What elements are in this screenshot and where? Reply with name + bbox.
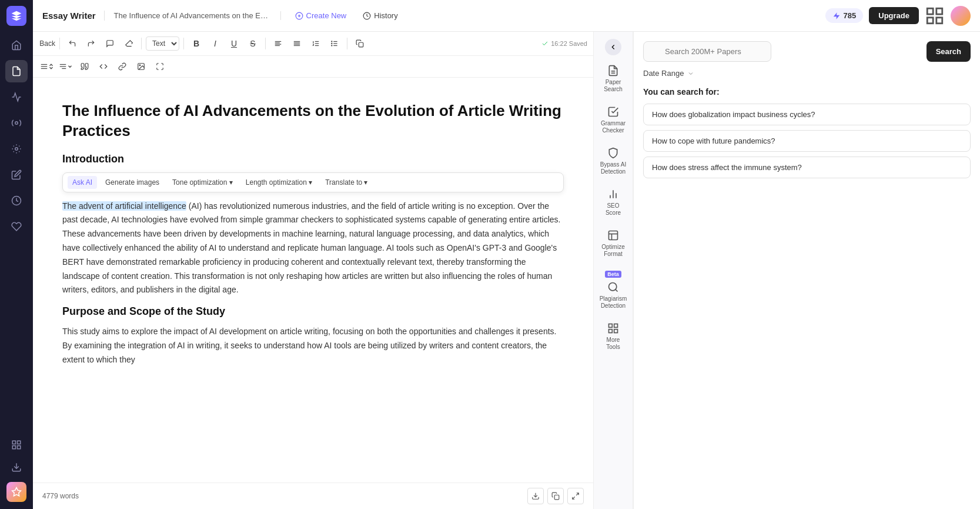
undo-button[interactable] xyxy=(64,35,81,52)
search-bar: Search xyxy=(643,41,971,62)
line-height-button[interactable] xyxy=(39,58,55,75)
app-title: Essay Writer xyxy=(42,11,105,21)
history-button[interactable]: History xyxy=(356,8,404,24)
main-area: Essay Writer The Influence of AI Advance… xyxy=(33,0,980,509)
svg-rect-16 xyxy=(927,17,933,23)
sidebar-home[interactable] xyxy=(5,34,28,56)
tool-seo-score[interactable]: SEO Score xyxy=(596,182,631,222)
suggestion-chip-3[interactable]: How does stress affect the immune system… xyxy=(643,157,971,178)
redo-button[interactable] xyxy=(83,35,99,52)
align-center-button[interactable] xyxy=(289,35,305,52)
list-ordered-button[interactable] xyxy=(307,35,324,52)
create-new-button[interactable]: Create New xyxy=(288,8,354,24)
align-left-button[interactable] xyxy=(270,35,286,52)
upgrade-button[interactable]: Upgrade xyxy=(869,7,919,24)
code-button[interactable] xyxy=(95,58,112,75)
link-button[interactable] xyxy=(114,58,131,75)
credits-badge: 785 xyxy=(825,8,864,23)
svg-point-42 xyxy=(139,65,141,66)
generate-images-button[interactable]: Generate images xyxy=(101,176,164,189)
translate-button[interactable]: Translate to ▾ xyxy=(320,176,372,189)
ask-ai-button[interactable]: Ask AI xyxy=(68,176,97,189)
fullscreen-button[interactable] xyxy=(152,58,168,75)
tool-seo-score-label: SEO Score xyxy=(599,202,627,217)
tool-more-tools[interactable]: More Tools xyxy=(596,317,631,357)
sidebar-edit[interactable] xyxy=(5,164,28,186)
strikethrough-button[interactable]: S xyxy=(245,35,261,52)
blockquote-button[interactable] xyxy=(76,58,93,75)
eraser-button[interactable] xyxy=(121,35,137,52)
bold-button[interactable]: B xyxy=(188,35,205,52)
italic-button[interactable]: I xyxy=(207,35,223,52)
grid-view-button[interactable] xyxy=(925,6,945,26)
credits-value: 785 xyxy=(844,11,857,20)
user-avatar[interactable] xyxy=(951,6,971,26)
tool-more-tools-label: More Tools xyxy=(599,337,627,351)
svg-rect-3 xyxy=(12,441,15,444)
section1-title: Introduction xyxy=(62,153,564,165)
paragraph-1-rest: (AI) has revolutionized numerous industr… xyxy=(62,201,560,295)
separator-1 xyxy=(59,38,60,49)
suggestion-chip-2[interactable]: How to cope with future pandemics? xyxy=(643,130,971,152)
svg-rect-4 xyxy=(18,441,21,444)
tool-sidebar: Paper Search Grammar Checker Bypass AI D… xyxy=(593,32,633,509)
svg-point-0 xyxy=(15,122,18,125)
tool-paper-search-label: Paper Search xyxy=(599,79,627,93)
suggestion-chip-1[interactable]: How does globalization impact business c… xyxy=(643,104,971,125)
editor-toolbar2 xyxy=(33,56,593,78)
svg-point-33 xyxy=(332,45,332,46)
highlighted-text: The advent of artificial intelligence xyxy=(62,201,186,211)
svg-rect-58 xyxy=(609,330,613,333)
sidebar-settings[interactable] xyxy=(5,138,28,160)
tool-plagiarism-detection[interactable]: Beta Plagiarism Detection xyxy=(596,265,631,315)
list-unordered-button[interactable] xyxy=(326,35,343,52)
copy-icon-button[interactable] xyxy=(547,488,564,504)
expand-icon-button[interactable] xyxy=(567,488,584,504)
text-format-select[interactable]: Text xyxy=(146,36,179,51)
tool-paper-search[interactable]: Paper Search xyxy=(596,59,631,99)
editor-toolbar: Back Text B xyxy=(33,32,593,56)
tool-optimize-format-label: Optimize Format xyxy=(599,244,627,258)
tool-grammar-checker[interactable]: Grammar Checker xyxy=(596,100,631,140)
svg-rect-57 xyxy=(614,330,618,333)
sidebar-analytics[interactable] xyxy=(5,86,28,108)
tool-expand-button[interactable] xyxy=(605,39,621,55)
svg-rect-13 xyxy=(927,8,933,14)
document-heading: The Influence of AI Advancements on the … xyxy=(62,101,564,141)
sidebar-pages[interactable] xyxy=(5,434,28,456)
svg-point-32 xyxy=(332,43,332,44)
tool-optimize-format[interactable]: Optimize Format xyxy=(596,224,631,264)
sidebar-star[interactable] xyxy=(5,481,28,503)
tool-bypass-detection-label: Bypass AI Detection xyxy=(599,161,627,175)
date-range-filter[interactable]: Date Range xyxy=(643,69,971,78)
copy-button[interactable] xyxy=(352,35,368,52)
length-optimization-button[interactable]: Length optimization ▾ xyxy=(241,176,317,189)
separator-3 xyxy=(183,38,184,49)
svg-rect-44 xyxy=(554,495,559,500)
sidebar-heart[interactable] xyxy=(5,215,28,238)
underline-button[interactable]: U xyxy=(226,35,242,52)
tone-optimization-button[interactable]: Tone optimization ▾ xyxy=(168,176,238,189)
saved-status: 16:22 Saved xyxy=(541,40,587,47)
topbar-actions: Create New History xyxy=(281,8,412,24)
right-panel: Search Date Range You can search for: Ho… xyxy=(633,32,980,509)
separator-2 xyxy=(141,38,142,49)
search-suggestions: You can search for: How does globalizati… xyxy=(643,87,971,178)
comment-button[interactable] xyxy=(102,35,118,52)
svg-point-53 xyxy=(609,283,617,291)
svg-rect-14 xyxy=(936,8,942,14)
sidebar-documents[interactable] xyxy=(5,60,28,82)
download-icon-button[interactable] xyxy=(527,488,544,504)
search-input[interactable] xyxy=(643,41,771,62)
editor-panel: Back Text B xyxy=(33,32,593,509)
image-button[interactable] xyxy=(133,58,149,75)
svg-rect-34 xyxy=(359,42,363,47)
tool-bypass-detection[interactable]: Bypass AI Detection xyxy=(596,141,631,181)
sidebar-download[interactable] xyxy=(5,456,28,478)
paragraph-align-button[interactable] xyxy=(58,58,74,75)
editor-content[interactable]: The Influence of AI Advancements on the … xyxy=(33,78,593,483)
back-button[interactable]: Back xyxy=(39,35,55,52)
search-button[interactable]: Search xyxy=(927,41,971,62)
sidebar-tools[interactable] xyxy=(5,112,28,134)
sidebar-history[interactable] xyxy=(5,189,28,212)
